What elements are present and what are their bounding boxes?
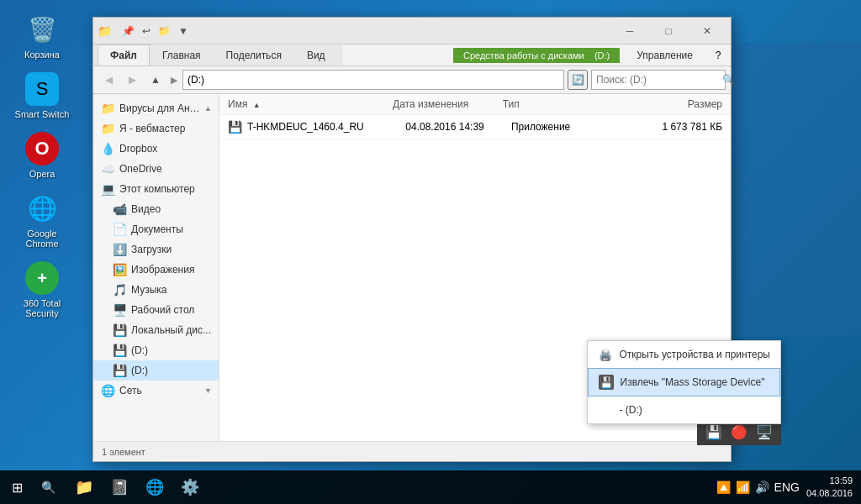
recycle-bin-label: Корзина xyxy=(24,50,60,60)
sidebar-item-viruses[interactable]: 📁 Вирусы для Анд... ▲ xyxy=(93,98,219,118)
chrome-icon: 🌐 xyxy=(25,192,59,225)
taskbar-search[interactable]: 🔍 xyxy=(34,470,63,504)
sidebar-label: Рабочий стол xyxy=(131,304,212,316)
sidebar-item-desktop[interactable]: 🖥️ Рабочий стол xyxy=(93,300,219,320)
refresh-button[interactable]: 🔄 xyxy=(568,70,588,90)
cm-eject[interactable]: 💾 Извлечь "Mass Storage Device" xyxy=(588,368,781,396)
tab-view[interactable]: Вид xyxy=(294,45,338,66)
taskbar-clock: 13:59 04.08.2016 xyxy=(806,475,853,501)
forward-button[interactable]: ▶ xyxy=(122,70,142,90)
sidebar-label: Вирусы для Анд... xyxy=(119,102,200,114)
volume-icon: 🔊 xyxy=(755,480,769,494)
desktop-icons: 🗑️ Корзина S Smart Switch O Opera 🌐 Goog… xyxy=(8,8,76,323)
file-type: Приложение xyxy=(511,121,617,133)
taskbar-file-explorer[interactable]: 📁 xyxy=(67,470,101,504)
sidebar-item-documents[interactable]: 📄 Документы xyxy=(93,219,219,239)
sidebar: 📁 Вирусы для Анд... ▲ 📁 Я - вебмастер 💧 … xyxy=(93,94,219,441)
sidebar-item-video[interactable]: 📹 Видео xyxy=(93,199,219,219)
eject-icon: 💾 xyxy=(599,375,614,390)
up-button[interactable]: ▲ xyxy=(145,70,166,90)
taskbar-icons: 📁 📓 🌐 ⚙️ xyxy=(67,470,207,504)
usb-icon-2[interactable]: 🔴 xyxy=(731,424,747,440)
printer-icon: 🖨️ xyxy=(598,347,613,362)
disk-icon: 💾 xyxy=(112,323,127,337)
address-input[interactable] xyxy=(182,70,564,90)
tab-file[interactable]: Файл xyxy=(98,45,150,66)
clock-date: 04.08.2016 xyxy=(806,487,853,500)
start-button[interactable]: ⊞ xyxy=(0,470,34,504)
back-button[interactable]: ◀ xyxy=(98,70,119,90)
desktop-icon-recycle-bin[interactable]: 🗑️ Корзина xyxy=(8,8,76,64)
360-label: 360 Total Security xyxy=(13,298,71,318)
wifi-icon: 📶 xyxy=(736,480,750,494)
taskbar-right: 🔼 📶 🔊 ENG 13:59 04.08.2016 xyxy=(716,475,861,501)
col-name[interactable]: Имя ▲ xyxy=(228,98,393,110)
minimize-button[interactable]: ─ xyxy=(610,18,649,45)
file-size: 1 673 781 КБ xyxy=(616,121,722,133)
sidebar-item-images[interactable]: 🖼️ Изображения xyxy=(93,260,219,280)
col-type[interactable]: Тип xyxy=(503,98,613,110)
drive-icon: 💾 xyxy=(112,344,127,357)
desktop-icon-smart-switch[interactable]: S Smart Switch xyxy=(8,68,76,123)
sidebar-item-webmaster[interactable]: 📁 Я - вебмастер xyxy=(93,118,219,139)
new-folder-icon[interactable]: 📁 xyxy=(156,24,172,39)
taskbar-onenote[interactable]: 📓 xyxy=(103,470,136,504)
tab-share[interactable]: Поделиться xyxy=(214,45,294,66)
ribbon-help[interactable]: ? xyxy=(705,50,731,61)
chevron-up-icon[interactable]: 🔼 xyxy=(716,480,731,494)
sidebar-label: OneDrive xyxy=(119,163,212,175)
sidebar-item-d-drive[interactable]: 💾 (D:) xyxy=(93,340,219,360)
search-icon: 🔍 xyxy=(41,480,55,494)
sidebar-item-network[interactable]: 🌐 Сеть ▼ xyxy=(93,381,219,401)
special-tab[interactable]: Средства работы с дисками (D:) xyxy=(453,48,620,63)
taskbar-chrome[interactable]: 🌐 xyxy=(138,470,172,504)
docs-icon: 📄 xyxy=(112,223,127,236)
sidebar-item-dropbox[interactable]: 💧 Dropbox xyxy=(93,139,219,159)
lang-label: ENG xyxy=(774,480,800,494)
usb-icon-3[interactable]: 🖥️ xyxy=(756,424,773,440)
desktop-icon: 🖥️ xyxy=(112,303,127,317)
undo-icon[interactable]: ↩ xyxy=(140,24,152,39)
search-box[interactable]: 🔍 xyxy=(591,70,726,90)
title-bar-controls: 📁 xyxy=(98,24,116,38)
notification-icons: 🔼 📶 🔊 ENG xyxy=(716,480,800,494)
usb-icon-1[interactable]: 💾 xyxy=(705,424,722,440)
sidebar-item-d-active[interactable]: 💾 (D:) xyxy=(93,360,219,381)
sidebar-item-this-pc[interactable]: 💻 Этот компьютер xyxy=(93,179,219,199)
images-icon: 🖼️ xyxy=(112,263,127,276)
smart-switch-label: Smart Switch xyxy=(15,109,70,119)
cm-open-devices-label: Открыть устройства и принтеры xyxy=(620,349,771,360)
opera-icon: O xyxy=(25,132,59,165)
quick-access-toolbar: 📌 ↩ 📁 ▼ xyxy=(120,24,190,39)
col-size[interactable]: Размер xyxy=(612,98,722,110)
bg-decoration xyxy=(710,42,861,336)
pin-icon[interactable]: 📌 xyxy=(120,24,136,39)
dropdown-icon[interactable]: ▼ xyxy=(177,24,190,39)
table-row[interactable]: 💾 T-HKMDEUC_1460.4_RU 04.08.2016 14:39 П… xyxy=(219,115,731,139)
taskbar: ⊞ 🔍 📁 📓 🌐 ⚙️ 🔼 📶 🔊 ENG 13:59 04.08.2016 xyxy=(0,470,861,504)
folder-icon: 📁 xyxy=(98,24,112,38)
start-icon: ⊞ xyxy=(12,480,23,496)
title-bar: 📁 📌 ↩ 📁 ▼ ─ □ ✕ xyxy=(93,18,731,45)
network-icon: 🌐 xyxy=(100,384,115,397)
tab-manage[interactable]: Управление xyxy=(624,45,705,66)
close-button[interactable]: ✕ xyxy=(688,18,726,45)
sort-arrow: ▲ xyxy=(253,101,261,109)
cm-open-devices[interactable]: 🖨️ Открыть устройства и принтеры xyxy=(588,341,781,368)
tab-home[interactable]: Главная xyxy=(150,45,214,66)
address-bar: ◀ ▶ ▲ ▶ 🔄 🔍 xyxy=(93,66,731,94)
desktop-icon-360[interactable]: + 360 Total Security xyxy=(8,257,76,323)
col-date[interactable]: Дата изменения xyxy=(393,98,503,110)
search-input[interactable] xyxy=(596,74,722,86)
maximize-button[interactable]: □ xyxy=(649,18,688,45)
desktop-icon-opera[interactable]: O Opera xyxy=(8,128,76,183)
ribbon: Файл Главная Поделиться Вид Средства раб… xyxy=(93,45,731,66)
sidebar-item-local-disk[interactable]: 💾 Локальный дис... xyxy=(93,320,219,340)
expand-icon: ▲ xyxy=(204,104,212,113)
sidebar-item-onedrive[interactable]: ☁️ OneDrive xyxy=(93,159,219,179)
desktop-icon-chrome[interactable]: 🌐 Google Chrome xyxy=(8,187,76,253)
sidebar-item-downloads[interactable]: ⬇️ Загрузки xyxy=(93,239,219,260)
cm-d-drive[interactable]: - (D:) xyxy=(588,396,781,423)
sidebar-item-music[interactable]: 🎵 Музыка xyxy=(93,280,219,300)
taskbar-settings[interactable]: ⚙️ xyxy=(173,470,207,504)
